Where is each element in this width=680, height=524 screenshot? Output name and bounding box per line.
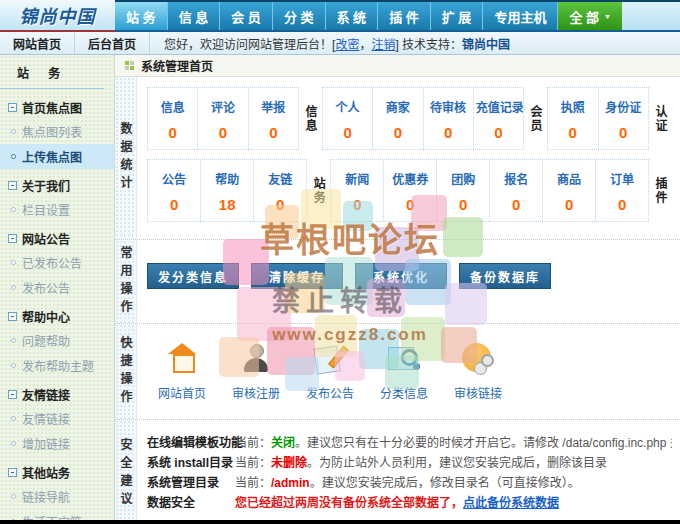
quick-item[interactable]: 发布公告 [295,342,365,401]
sidebar-item[interactable]: 上传焦点图 [0,144,114,169]
sidebar-item[interactable]: 已发布公告 [0,250,114,275]
stats-group: 公告0帮助18友链0 [147,159,307,222]
stat-value[interactable]: 0 [426,124,471,141]
stat-label[interactable]: 商家 [375,98,420,115]
stat-label[interactable]: 举报 [251,98,296,115]
sidebar-item[interactable]: 问题帮助 [0,328,114,353]
stat-value[interactable]: 0 [200,124,245,141]
sidebar-group-header[interactable]: 首页焦点图 [0,91,114,119]
stat-value[interactable]: 0 [598,196,646,213]
nav-tab[interactable]: 全 部▼ [558,2,622,30]
section-security: 安全建议 在线编辑模板功能当前：关闭。建议您只有在十分必要的时候才开启它。请修改… [115,420,680,520]
greeting-suffix: ] 技术支持： [395,38,462,52]
stat-label[interactable]: 信息 [150,98,195,115]
security-label: 在线编辑模板功能 [147,434,235,453]
stats-row: 信息0评论0举报0信息个人0商家0待审核0充值记录0会员执照0身份证0认证 [147,87,672,150]
security-label: 系统 install目录 [147,454,235,473]
nav-tab[interactable]: 分 类 [273,2,326,30]
stat-value[interactable]: 0 [325,124,370,141]
nav-tab-label: 全 部 [569,7,599,26]
sidebar-group-header[interactable]: 网站公告 [0,222,114,250]
security-label: 数据安全 [147,494,235,513]
stat-value[interactable]: 0 [550,124,596,141]
stat-value[interactable]: 0 [150,124,195,141]
quick-item[interactable]: 审核注册 [221,342,291,401]
sidebar-item[interactable]: 友情链接 [0,406,114,431]
stat-label[interactable]: 待审核 [426,98,471,115]
stat-label[interactable]: 帮助 [203,170,251,187]
stat-label[interactable]: 订单 [598,170,646,187]
stat-value[interactable]: 0 [256,196,304,213]
stat-label[interactable]: 商品 [545,170,593,187]
stat-label[interactable]: 评论 [200,98,245,115]
stat-label[interactable]: 身份证 [601,98,647,115]
stat-value[interactable]: 0 [251,124,296,141]
stat-cell: 信息0 [148,88,198,149]
stat-value[interactable]: 0 [476,124,521,141]
status-value: 关闭 [271,436,295,450]
stat-label[interactable]: 公告 [150,170,198,187]
nav-tab[interactable]: 站 务 [115,2,168,30]
nav-tab[interactable]: 会 员 [220,2,273,30]
sidebar-title: 站 务 [0,55,104,89]
quick-item[interactable]: 网站首页 [147,342,217,401]
sidebar-item[interactable]: 栏目设置 [0,197,114,222]
stats-group: 执照0身份证0 [547,87,649,150]
backup-link[interactable]: 点此备份系统数据 [463,496,559,510]
sidebar-group-header[interactable]: 帮助中心 [0,300,114,328]
stat-cell: 待审核0 [424,88,474,149]
bullet-icon [11,416,16,421]
quick-item[interactable]: 分类信息 [369,342,439,401]
sidebar-item[interactable]: 发布公告 [0,275,114,300]
stat-label[interactable]: 执照 [550,98,596,115]
stat-label[interactable]: 友链 [256,170,304,187]
sidebar-item[interactable]: 发布帮助主题 [0,353,114,378]
quick-item[interactable]: 审核链接 [443,342,513,401]
security-row: 在线编辑模板功能当前：关闭。建议您只有在十分必要的时候才开启它。请修改 /dat… [147,434,672,453]
stat-label[interactable]: 团购 [439,170,487,187]
op-button[interactable]: 备份数据库 [459,263,551,289]
home-icon [165,342,199,376]
stat-value[interactable]: 0 [375,124,420,141]
stat-group-name: 插件 [653,159,668,222]
nav-tab[interactable]: 扩 展 [431,2,484,30]
stat-value[interactable]: 0 [492,196,540,213]
op-button[interactable]: 发分类信息 [147,263,239,289]
stat-value[interactable]: 0 [545,196,593,213]
sidebar-item[interactable]: 增加链接 [0,431,114,456]
sidebar-item-label: 发布公告 [22,279,70,296]
stat-label[interactable]: 个人 [325,98,370,115]
security-row: 数据安全您已经超过两周没有备份系统全部数据了，点此备份系统数据 [147,494,672,513]
stat-value[interactable]: 0 [386,196,434,213]
sidebar-group-header[interactable]: 其他站务 [0,456,114,484]
stat-label[interactable]: 新闻 [333,170,381,187]
op-button[interactable]: 系统优化 [355,263,447,289]
nav-tab[interactable]: 插 件 [378,2,431,30]
sidebar-item[interactable]: 焦点图列表 [0,119,114,144]
stat-value[interactable]: 18 [203,196,251,213]
stat-value[interactable]: 0 [333,196,381,213]
site-logo: 锦尚中国 [20,2,96,28]
nav-tab[interactable]: 系 统 [326,2,379,30]
stat-value[interactable]: 0 [150,196,198,213]
sidebar-item[interactable]: 生活百宝箱 [0,509,114,520]
op-button[interactable]: 清除缓存 [251,263,343,289]
stat-cell: 友链0 [254,160,306,221]
sidebar-group-header[interactable]: 关于我们 [0,169,114,197]
top-bar: 锦尚中国 站 务信 息会 员分 类系 统插 件扩 展专用主机全 部▼ [0,0,680,32]
section-label-security: 安全建议 [117,438,134,510]
logout-link[interactable]: 注销 [371,38,395,52]
stat-label[interactable]: 充值记录 [476,98,521,115]
stat-label[interactable]: 报名 [492,170,540,187]
sidebar-group-header[interactable]: 友情链接 [0,378,114,406]
tab-admin-home[interactable]: 后台首页 [75,32,150,54]
nav-tab[interactable]: 专用主机 [483,2,558,30]
stat-value[interactable]: 0 [601,124,647,141]
stat-cell: 商家0 [373,88,423,149]
change-password-link[interactable]: 改密 [335,38,359,52]
sidebar-item[interactable]: 链接导航 [0,484,114,509]
stat-value[interactable]: 0 [439,196,487,213]
stat-label[interactable]: 优惠券 [386,170,434,187]
tab-site-home[interactable]: 网站首页 [0,32,75,54]
nav-tab[interactable]: 信 息 [168,2,221,30]
